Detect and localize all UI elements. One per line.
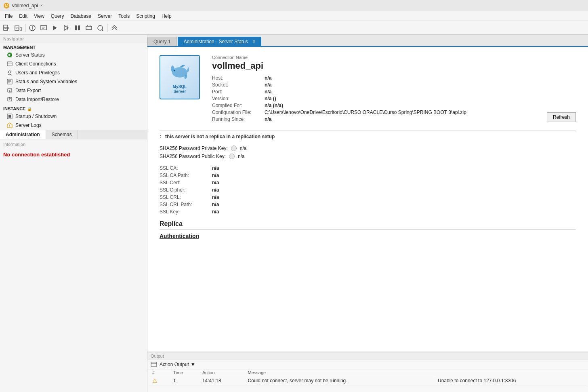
menu-scripting[interactable]: Scripting	[133, 13, 158, 20]
data-import-icon	[6, 96, 13, 103]
socket-label: Socket:	[212, 82, 260, 88]
compiled-value: n/a (n/a)	[265, 103, 535, 108]
toolbar-btn-4[interactable]	[38, 23, 49, 33]
output-header-label: Output	[151, 354, 164, 358]
toolbar-new-sql[interactable]: SQL	[2, 23, 12, 33]
content-area: Query 1 Administration - Server Status ×	[147, 35, 588, 392]
status-actions: Refresh	[547, 55, 576, 122]
server-status-icon	[6, 52, 13, 58]
svg-rect-40	[151, 362, 157, 367]
ssl-ca-path-value: n/a	[212, 173, 576, 178]
mysql-server-logo: MySQL Server	[160, 55, 200, 99]
svg-point-39	[174, 70, 175, 71]
menu-edit[interactable]: Edit	[16, 13, 31, 20]
refresh-button[interactable]: Refresh	[547, 112, 576, 122]
sha256-private-row: SHA256 Password Private Key: n/a	[160, 144, 576, 152]
main-layout: Navigator MANAGEMENT Server Status Clien…	[0, 35, 588, 392]
sidebar-item-label: Data Export	[15, 88, 41, 93]
menu-database[interactable]: Database	[67, 13, 94, 20]
info-grid: Host: n/a Socket: n/a Port: n/a Version:…	[212, 75, 535, 122]
status-variables-icon	[6, 78, 13, 85]
ssl-crl-value: n/a	[212, 194, 576, 200]
menu-query[interactable]: Query	[48, 13, 67, 20]
sidebar-item-status-variables[interactable]: Status and System Variables	[0, 77, 147, 86]
menu-help[interactable]: Help	[158, 13, 175, 20]
toolbar-btn-6[interactable]	[61, 23, 71, 33]
status-panel: MySQL Server Connection Name vollmed_api…	[160, 55, 576, 122]
toolbar-btn-8[interactable]	[84, 23, 94, 33]
sidebar-item-label: Data Import/Restore	[15, 97, 59, 102]
ssl-key-label: SSL Key:	[160, 209, 208, 215]
repl-header-text: this server is not a replica in a replic…	[165, 134, 275, 139]
sha256-public-row: SHA256 Password Public Key: n/a	[160, 152, 576, 160]
svg-text:SQL: SQL	[15, 27, 21, 30]
sidebar-item-users-privileges[interactable]: Users and Privileges	[0, 68, 147, 77]
output-table: # Time Action Message ⚠ 1 14:41:18 Could…	[149, 369, 586, 386]
tab-label: vollmed_api	[12, 3, 38, 8]
svg-rect-16	[86, 26, 92, 30]
sidebar-item-startup-shutdown[interactable]: Startup / Shutdown	[0, 112, 147, 121]
connection-name-value: vollmed_api	[212, 61, 535, 71]
sidebar-item-data-export[interactable]: Data Export	[0, 86, 147, 95]
version-label: Version:	[212, 96, 260, 101]
svg-text:M: M	[5, 4, 8, 8]
sidebar-item-label: Startup / Shutdown	[15, 114, 57, 119]
menu-tools[interactable]: Tools	[115, 13, 133, 20]
repl-header-prefix: :	[160, 134, 161, 139]
startup-shutdown-icon	[6, 113, 13, 120]
col-time: Time	[170, 369, 199, 376]
svg-line-20	[102, 30, 103, 31]
toolbar-btn-7[interactable]	[72, 23, 83, 33]
ssl-cipher-label: SSL Cipher:	[160, 187, 208, 193]
sidebar-item-data-import[interactable]: Data Import/Restore	[0, 95, 147, 104]
row-icon: ⚠	[149, 376, 170, 386]
svg-rect-15	[78, 25, 80, 30]
host-value: n/a	[265, 75, 535, 81]
toolbar-open-sql[interactable]: SQL	[13, 23, 23, 33]
menu-server[interactable]: Server	[94, 13, 115, 20]
sidebar-item-label: Client Connections	[15, 61, 56, 67]
management-group-title: MANAGEMENT	[0, 42, 147, 51]
tab-query1[interactable]: Query 1	[147, 37, 177, 46]
tab-admin-server-status[interactable]: Administration - Server Status ×	[178, 37, 262, 46]
menu-view[interactable]: View	[31, 13, 48, 20]
svg-rect-23	[7, 62, 12, 66]
sidebar-item-server-status[interactable]: Server Status	[0, 51, 147, 59]
col-message: Message	[244, 369, 435, 376]
tab-close-icon[interactable]: ×	[40, 3, 43, 8]
toolbar-btn-3[interactable]	[27, 23, 38, 33]
output-body[interactable]: # Time Action Message ⚠ 1 14:41:18 Could…	[147, 369, 588, 386]
connection-info: Connection Name vollmed_api Host: n/a So…	[212, 55, 535, 122]
row-action: Could not connect, server may not be run…	[244, 376, 435, 386]
logo-server-text: Server	[173, 89, 186, 94]
sha256-public-label: SHA256 Password Public Key:	[160, 154, 226, 159]
toolbar-btn-9[interactable]	[95, 23, 105, 33]
toolbar-btn-10[interactable]	[109, 23, 120, 33]
output-toolbar: Action Output ▼	[147, 360, 588, 369]
main-content-scroll[interactable]: MySQL Server Connection Name vollmed_api…	[147, 47, 588, 352]
connection-name-label: Connection Name	[212, 55, 535, 60]
replica-section-title: Replica	[160, 220, 576, 230]
running-label: Running Since:	[212, 116, 260, 122]
sidebar-item-client-connections[interactable]: Client Connections	[0, 59, 147, 68]
toolbar-btn-5[interactable]	[50, 23, 60, 33]
menu-file[interactable]: File	[2, 13, 16, 20]
sidebar-tabs: Administration Schemas	[0, 130, 147, 139]
sidebar-item-label: Server Status	[15, 52, 45, 58]
sidebar-info-status: No connection established	[0, 149, 147, 160]
logo-mysql-text: MySQL	[173, 84, 187, 89]
ssl-cert-value: n/a	[212, 180, 576, 185]
tab-schemas[interactable]: Schemas	[46, 130, 78, 139]
tab-administration[interactable]: Administration	[0, 130, 46, 139]
warning-icon: ⚠	[152, 377, 158, 384]
instance-lock-icon: 🔒	[27, 107, 32, 111]
row-time: 14:41:18	[199, 376, 245, 386]
ssl-ca-path-label: SSL CA Path:	[160, 173, 208, 178]
data-export-icon	[6, 87, 13, 94]
close-tab-icon[interactable]: ×	[252, 39, 255, 44]
title-bar: M vollmed_api ×	[0, 0, 588, 11]
svg-point-25	[8, 71, 11, 73]
sidebar-item-server-logs[interactable]: Server Logs	[0, 121, 147, 130]
sha256-private-label: SHA256 Password Private Key:	[160, 145, 228, 151]
dropdown-arrow-icon[interactable]: ▼	[191, 362, 195, 367]
